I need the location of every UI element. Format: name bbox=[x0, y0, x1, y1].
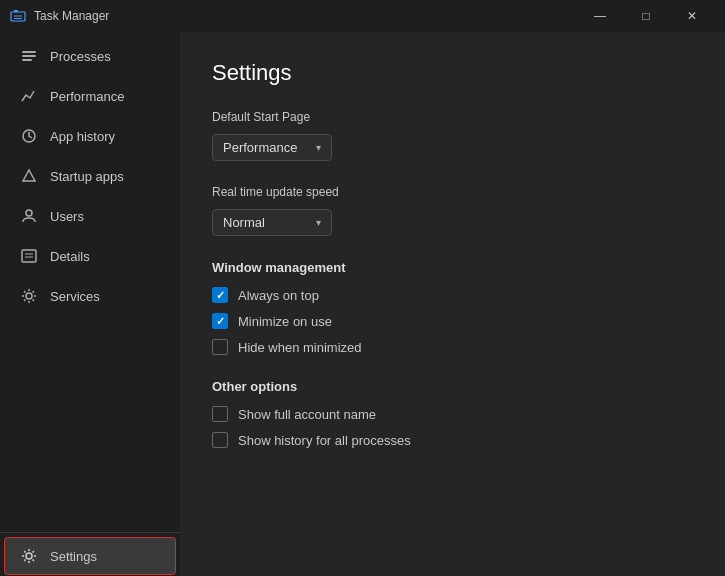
sidebar-item-app-history[interactable]: App history bbox=[4, 117, 176, 155]
details-icon bbox=[20, 247, 38, 265]
always-on-top-label: Always on top bbox=[238, 288, 319, 303]
sidebar-item-users[interactable]: Users bbox=[4, 197, 176, 235]
minimize-on-use-checkbox[interactable] bbox=[212, 313, 228, 329]
svg-rect-6 bbox=[22, 59, 32, 61]
svg-point-9 bbox=[26, 210, 32, 216]
minimize-on-use-item[interactable]: Minimize on use bbox=[212, 313, 693, 329]
svg-rect-5 bbox=[22, 55, 36, 57]
page-title: Settings bbox=[212, 60, 693, 86]
title-bar: Task Manager — □ ✕ bbox=[0, 0, 725, 32]
always-on-top-checkbox[interactable] bbox=[212, 287, 228, 303]
show-history-all-processes-label: Show history for all processes bbox=[238, 433, 411, 448]
svg-point-14 bbox=[26, 553, 32, 559]
update-speed-value: Normal bbox=[223, 215, 265, 230]
task-manager-window: Task Manager — □ ✕ Processes bbox=[0, 0, 725, 576]
sidebar-item-services[interactable]: Services bbox=[4, 277, 176, 315]
sidebar-label-settings: Settings bbox=[50, 549, 97, 564]
sidebar-item-processes[interactable]: Processes bbox=[4, 37, 176, 75]
sidebar-item-startup-apps[interactable]: Startup apps bbox=[4, 157, 176, 195]
dropdown-arrow-icon: ▾ bbox=[316, 142, 321, 153]
minimize-button[interactable]: — bbox=[577, 0, 623, 32]
window-management-title: Window management bbox=[212, 260, 693, 275]
sidebar-label-startup-apps: Startup apps bbox=[50, 169, 124, 184]
update-speed-label: Real time update speed bbox=[212, 185, 693, 199]
sidebar: Processes Performance App history bbox=[0, 32, 180, 576]
services-icon bbox=[20, 287, 38, 305]
show-full-account-name-item[interactable]: Show full account name bbox=[212, 406, 693, 422]
default-start-page-dropdown[interactable]: Performance ▾ bbox=[212, 134, 332, 161]
show-history-all-processes-checkbox[interactable] bbox=[212, 432, 228, 448]
sidebar-divider bbox=[0, 532, 180, 533]
hide-when-minimized-item[interactable]: Hide when minimized bbox=[212, 339, 693, 355]
default-start-page-section: Default Start Page Performance ▾ bbox=[212, 110, 693, 161]
other-options-section: Other options Show full account name Sho… bbox=[212, 379, 693, 448]
window-controls: — □ ✕ bbox=[577, 0, 715, 32]
maximize-button[interactable]: □ bbox=[623, 0, 669, 32]
sidebar-item-details[interactable]: Details bbox=[4, 237, 176, 275]
sidebar-bottom: Settings bbox=[0, 528, 180, 576]
dropdown-arrow-icon-2: ▾ bbox=[316, 217, 321, 228]
default-start-page-value: Performance bbox=[223, 140, 297, 155]
always-on-top-item[interactable]: Always on top bbox=[212, 287, 693, 303]
settings-icon bbox=[20, 547, 38, 565]
update-speed-section: Real time update speed Normal ▾ bbox=[212, 185, 693, 236]
performance-icon bbox=[20, 87, 38, 105]
svg-marker-8 bbox=[23, 170, 35, 181]
app-icon bbox=[10, 8, 26, 24]
users-icon bbox=[20, 207, 38, 225]
sidebar-label-processes: Processes bbox=[50, 49, 111, 64]
close-button[interactable]: ✕ bbox=[669, 0, 715, 32]
title-bar-left: Task Manager bbox=[10, 8, 577, 24]
sidebar-label-details: Details bbox=[50, 249, 90, 264]
minimize-on-use-label: Minimize on use bbox=[238, 314, 332, 329]
sidebar-label-users: Users bbox=[50, 209, 84, 224]
default-start-page-label: Default Start Page bbox=[212, 110, 693, 124]
sidebar-label-app-history: App history bbox=[50, 129, 115, 144]
show-full-account-name-label: Show full account name bbox=[238, 407, 376, 422]
main-content: Processes Performance App history bbox=[0, 32, 725, 576]
list-icon bbox=[20, 47, 38, 65]
show-history-all-processes-item[interactable]: Show history for all processes bbox=[212, 432, 693, 448]
history-icon bbox=[20, 127, 38, 145]
svg-rect-10 bbox=[22, 250, 36, 262]
window-management-section: Window management Always on top Minimize… bbox=[212, 260, 693, 355]
content-area: Settings Default Start Page Performance … bbox=[180, 32, 725, 576]
hide-when-minimized-label: Hide when minimized bbox=[238, 340, 362, 355]
other-options-title: Other options bbox=[212, 379, 693, 394]
hide-when-minimized-checkbox[interactable] bbox=[212, 339, 228, 355]
sidebar-label-performance: Performance bbox=[50, 89, 124, 104]
sidebar-label-services: Services bbox=[50, 289, 100, 304]
svg-rect-1 bbox=[14, 10, 18, 12]
show-full-account-name-checkbox[interactable] bbox=[212, 406, 228, 422]
update-speed-dropdown[interactable]: Normal ▾ bbox=[212, 209, 332, 236]
svg-point-13 bbox=[26, 293, 32, 299]
sidebar-item-performance[interactable]: Performance bbox=[4, 77, 176, 115]
svg-rect-4 bbox=[22, 51, 36, 53]
sidebar-item-settings[interactable]: Settings bbox=[4, 537, 176, 575]
window-title: Task Manager bbox=[34, 9, 109, 23]
startup-icon bbox=[20, 167, 38, 185]
